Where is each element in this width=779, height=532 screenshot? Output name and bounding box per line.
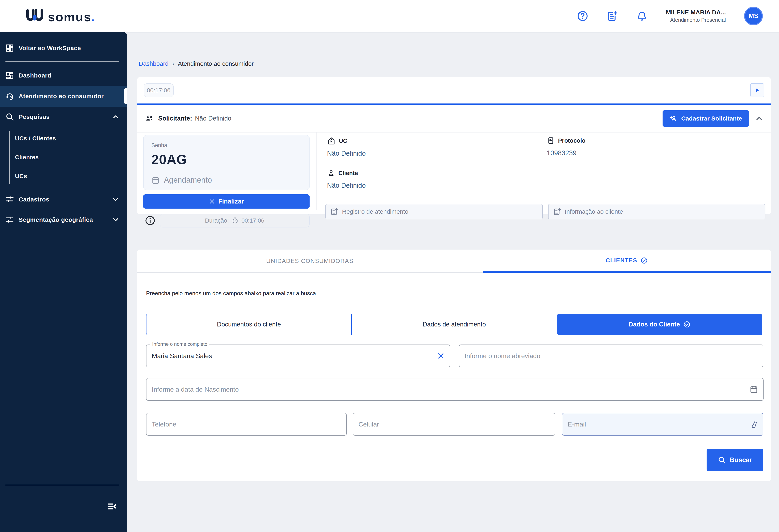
user-info: MILENE MARIA DA... Atendimento Presencia…: [666, 8, 726, 24]
protocolo-label: Protocolo: [558, 137, 586, 144]
sidebar-item-atendimento[interactable]: Atendimento ao consumidor: [0, 85, 127, 107]
breadcrumb-current: Atendimento ao consumidor: [178, 60, 254, 67]
email-field: [562, 413, 763, 436]
cliente-label: Cliente: [338, 170, 358, 177]
play-button[interactable]: [750, 83, 764, 98]
sidebar-item-label: Atendimento ao consumidor: [19, 93, 104, 100]
notifications-button[interactable]: [636, 10, 648, 22]
chevron-down-icon: [112, 195, 120, 203]
duracao-label: Duração:: [205, 217, 229, 224]
close-icon: [209, 198, 215, 204]
search-hint: Preencha pelo menos um dos campos abaixo…: [146, 290, 316, 297]
help-button[interactable]: [577, 10, 588, 22]
calendar-icon[interactable]: [750, 385, 758, 394]
home-bolt-icon: [327, 136, 336, 145]
sidebar-item-label: Voltar ao WorkSpace: [19, 45, 81, 52]
segment-label: Documentos do cliente: [217, 321, 281, 328]
note-add-icon: [330, 208, 338, 216]
nome-completo-label: Informe o nome completo: [150, 341, 209, 347]
sidebar: Voltar ao WorkSpace Dashboard Atendiment…: [0, 32, 127, 532]
data-nascimento-field: [146, 378, 764, 401]
play-icon: [754, 87, 761, 94]
nome-abreviado-input[interactable]: [459, 345, 763, 367]
informacao-cliente-button[interactable]: Informação ao cliente: [548, 204, 765, 219]
session-body: Senha 20AG Agendamento: [137, 132, 771, 213]
note-add-icon: [553, 208, 561, 216]
buscar-label: Buscar: [729, 456, 752, 464]
headset-icon: [5, 92, 14, 101]
collapse-section-chevron-up-icon[interactable]: [755, 114, 764, 123]
email-input[interactable]: [562, 413, 763, 436]
collapse-sidebar-button[interactable]: [107, 501, 117, 512]
registro-atendimento-button[interactable]: Registro de atendimento: [325, 204, 543, 219]
check-circle-icon: [683, 321, 691, 328]
clear-icon[interactable]: [437, 352, 445, 360]
celular-field: [353, 413, 555, 436]
info-icon[interactable]: [145, 215, 156, 226]
logo-dot: .: [92, 11, 95, 23]
telefone-input[interactable]: [146, 413, 347, 436]
sliders-icon: [5, 215, 14, 224]
collapse-menu-icon: [107, 501, 117, 512]
sidebar-item-dashboard[interactable]: Dashboard: [0, 65, 127, 85]
breadcrumb-separator: ›: [172, 60, 174, 67]
uc-value[interactable]: Não Definido: [327, 150, 366, 157]
note-add-icon: [607, 10, 618, 22]
sidebar-item-label: Pesquisas: [19, 113, 50, 120]
sidebar-item-clientes[interactable]: Clientes: [15, 148, 127, 167]
cadastrar-solicitante-label: Cadastrar Solicitante: [681, 115, 742, 122]
protocolo-block: Protocolo 10983239: [547, 136, 586, 157]
sidebar-item-ucs[interactable]: UCs: [15, 167, 127, 186]
tab-unidades-consumidoras[interactable]: UNIDADES CONSUMIDORAS: [137, 249, 483, 273]
breadcrumb-dashboard-link[interactable]: Dashboard: [139, 60, 169, 67]
segment-dados-cliente[interactable]: Dados do Cliente: [557, 314, 762, 335]
sliders-icon: [5, 195, 14, 204]
nome-completo-input[interactable]: [146, 345, 450, 367]
bell-icon: [636, 10, 648, 22]
grid-icon: [5, 71, 14, 80]
buscar-button[interactable]: Buscar: [707, 449, 763, 471]
senha-card: Senha 20AG Agendamento: [143, 135, 310, 190]
receipt-icon: [547, 136, 555, 145]
tipo-atendimento: Agendamento: [164, 176, 212, 184]
sidebar-item-pesquisas[interactable]: Pesquisas: [0, 107, 127, 127]
cadastrar-solicitante-button[interactable]: Cadastrar Solicitante: [663, 110, 749, 127]
finalizar-button[interactable]: Finalizar: [143, 194, 310, 209]
nome-completo-field: Informe o nome completo: [146, 345, 450, 367]
tab-clientes[interactable]: CLIENTES: [483, 249, 771, 273]
sidebar-item-segmentacao[interactable]: Segmentação geográfica: [0, 210, 127, 230]
search-mode-segmented: Documentos do cliente Dados de atendimen…: [146, 314, 762, 335]
search-icon: [718, 456, 726, 464]
celular-input[interactable]: [353, 413, 555, 436]
check-circle-icon: [641, 257, 648, 264]
duracao-chip: Duração: 00:17:06: [160, 214, 310, 227]
sidebar-item-ucs-clientes[interactable]: UCs / Clientes: [15, 129, 127, 148]
segment-dados-atendimento[interactable]: Dados de atendimento: [352, 314, 557, 335]
topbar: somus.: [0, 0, 779, 32]
search-card: UNIDADES CONSUMIDORAS CLIENTES Preencha …: [137, 249, 771, 481]
logo-text: somus: [48, 11, 92, 23]
segment-documentos-cliente[interactable]: Documentos do cliente: [146, 314, 352, 335]
chevron-up-icon: [112, 113, 120, 121]
tab-unidades-label: UNIDADES CONSUMIDORAS: [266, 258, 354, 264]
protocolo-value[interactable]: 10983239: [547, 149, 586, 157]
telefone-field: [146, 413, 347, 436]
notes-button[interactable]: [607, 10, 618, 22]
sidebar-item-label: Cadastros: [19, 196, 49, 203]
sidebar-item-cadastros[interactable]: Cadastros: [0, 189, 127, 210]
avatar[interactable]: MS: [744, 7, 763, 25]
main-content: Dashboard › Atendimento ao consumidor 00…: [127, 32, 779, 532]
sidebar-item-workspace[interactable]: Voltar ao WorkSpace: [0, 38, 127, 58]
column-divider: [316, 132, 317, 210]
solicitante-label: Solicitante:: [158, 115, 192, 122]
sidebar-divider: [5, 485, 119, 485]
data-nascimento-input[interactable]: [146, 378, 764, 401]
breadcrumb: Dashboard › Atendimento ao consumidor: [139, 60, 254, 67]
sidebar-item-label: Dashboard: [19, 72, 51, 79]
uc-label: UC: [339, 137, 347, 144]
help-icon: [577, 10, 588, 22]
person-add-icon: [669, 114, 677, 123]
cliente-value[interactable]: Não Definido: [327, 182, 366, 189]
grid-icon: [5, 44, 14, 53]
informacao-label: Informação ao cliente: [565, 208, 623, 215]
